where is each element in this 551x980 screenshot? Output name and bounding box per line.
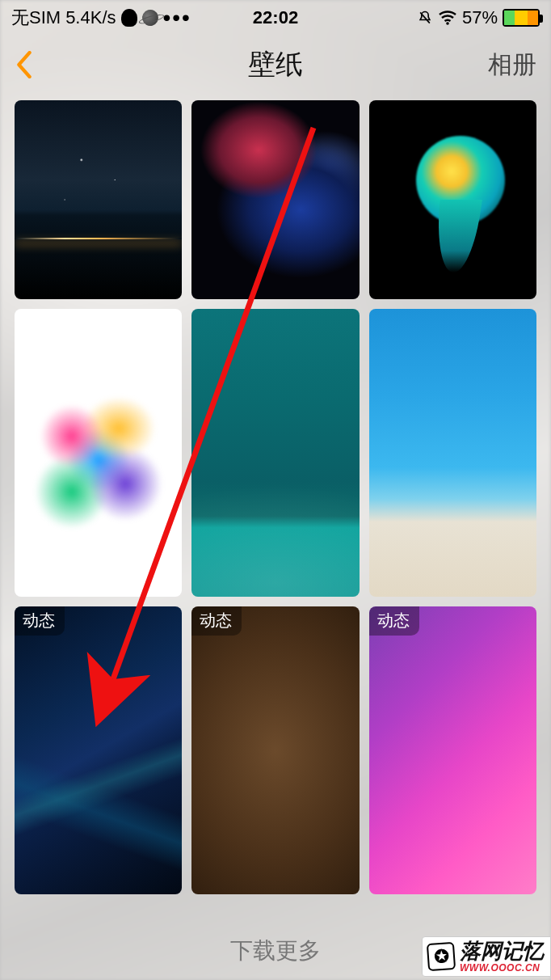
back-button[interactable] [8,49,40,81]
planet-icon [140,8,159,27]
wallpaper-pink-gradient[interactable]: 动态 [369,606,536,894]
dynamic-badge: 动态 [369,606,419,636]
battery-pct: 57% [462,7,498,28]
qq-icon [121,9,137,27]
sim-status: 无SIM [11,6,61,30]
page-title: 壁纸 [248,46,303,83]
watermark: ✪ 落网记忆 WWW.OOOC.CN [422,936,551,977]
wallpaper-beach-aerial[interactable] [369,309,536,597]
clock: 22:02 [253,7,298,28]
mute-icon [417,9,433,27]
watermark-name: 落网记忆 [460,940,544,961]
watermark-url: WWW.OOOC.CN [460,963,544,973]
wallpaper-blue-waves[interactable]: 动态 [15,606,182,894]
svg-point-0 [446,22,449,25]
wallpaper-teal-ocean[interactable] [191,309,359,597]
wallpaper-brown-abstract[interactable]: 动态 [191,606,359,894]
status-bar: 无SIM 5.4K/s ••• 22:02 57% [0,0,551,36]
watermark-icon: ✪ [427,942,456,971]
more-icon: ••• [163,14,191,22]
net-speed: 5.4K/s [65,7,116,28]
status-left: 无SIM 5.4K/s ••• [11,6,191,30]
wifi-icon [438,10,457,26]
wallpaper-color-powder[interactable] [15,309,182,597]
chevron-left-icon [16,51,32,78]
wallpaper-grid[interactable]: 动态 动态 动态 [0,97,551,922]
dynamic-badge: 动态 [15,606,65,636]
wallpaper-night-sky[interactable] [15,100,182,299]
battery-icon [503,9,540,27]
nav-bar: 壁纸 相册 [0,36,551,94]
status-right: 57% [417,7,540,28]
album-button[interactable]: 相册 [488,49,536,82]
wallpaper-betta-fish[interactable] [369,100,536,299]
download-more-button[interactable]: 下载更多 [230,936,321,966]
wallpaper-color-smoke[interactable] [191,100,359,299]
dynamic-badge: 动态 [191,606,242,636]
